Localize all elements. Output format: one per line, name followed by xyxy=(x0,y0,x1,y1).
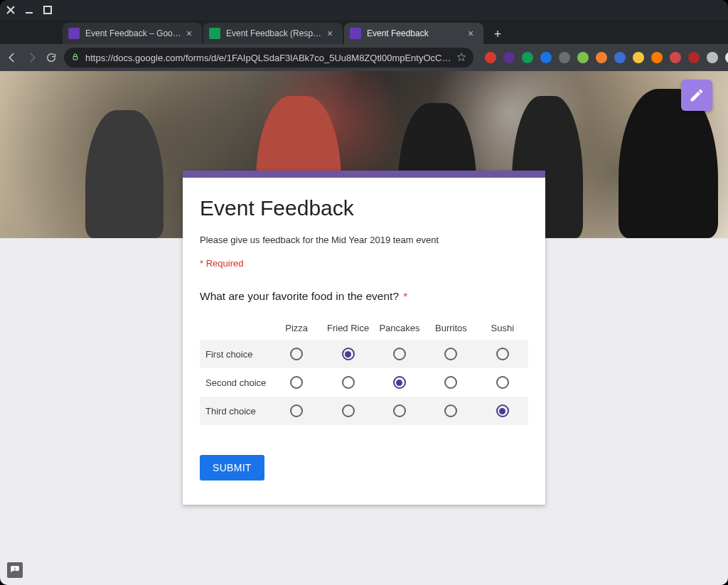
extension-icon[interactable] xyxy=(670,52,681,63)
extension-icon[interactable] xyxy=(633,52,644,63)
reload-button[interactable] xyxy=(46,50,57,65)
tab-title: Event Feedback xyxy=(367,28,465,38)
form-title: Event Feedback xyxy=(200,196,528,220)
radio-option[interactable] xyxy=(496,404,509,417)
address-bar[interactable]: https://docs.google.com/forms/d/e/1FAIpQ… xyxy=(64,48,473,68)
radio-option[interactable] xyxy=(444,376,457,389)
question-text: What are your favorite food in the event… xyxy=(200,290,528,303)
window-minimize-button[interactable] xyxy=(23,4,36,16)
new-tab-button[interactable]: + xyxy=(488,24,508,44)
extension-icon[interactable] xyxy=(596,52,607,63)
forward-button[interactable] xyxy=(26,50,38,65)
sheets-icon xyxy=(209,28,220,39)
window-titlebar xyxy=(0,0,728,20)
extensions-row xyxy=(485,52,728,63)
grid-row: Second choice xyxy=(200,368,528,397)
column-header: Sushi xyxy=(477,323,528,333)
tab-close-icon[interactable]: × xyxy=(468,28,478,39)
column-header: Burritos xyxy=(425,323,476,333)
submit-button[interactable]: SUBMIT xyxy=(200,455,264,481)
back-button[interactable] xyxy=(6,50,18,65)
radio-option[interactable] xyxy=(393,348,406,360)
edit-form-button[interactable] xyxy=(681,80,712,111)
radio-option[interactable] xyxy=(496,376,509,389)
extension-icon[interactable] xyxy=(485,52,496,63)
tab-title: Event Feedback – Google Forms xyxy=(85,28,183,38)
grid-header-row: Pizza Fried Rice Pancakes Burritos Sushi xyxy=(200,316,528,340)
browser-tabstrip: Event Feedback – Google Forms × Event Fe… xyxy=(0,20,728,44)
form-card: Event Feedback Please give us feedback f… xyxy=(183,171,545,505)
radio-option[interactable] xyxy=(342,404,355,417)
extension-icon[interactable] xyxy=(577,52,589,63)
report-problem-button[interactable] xyxy=(7,562,23,578)
radio-option[interactable] xyxy=(290,376,303,389)
extension-icon[interactable] xyxy=(614,52,626,63)
tab-close-icon[interactable]: × xyxy=(186,28,196,39)
required-asterisk: * xyxy=(403,290,407,302)
bookmark-star-icon[interactable] xyxy=(456,52,466,64)
window-close-button[interactable] xyxy=(4,4,17,16)
grid-row: First choice xyxy=(200,340,528,368)
radio-option[interactable] xyxy=(290,348,303,360)
extension-icon[interactable] xyxy=(688,52,700,63)
browser-tab[interactable]: Event Feedback (Responses) - G × xyxy=(203,23,343,44)
radio-option[interactable] xyxy=(393,376,406,389)
question-label: What are your favorite food in the event… xyxy=(200,290,399,302)
browser-toolbar: https://docs.google.com/forms/d/e/1FAIpQ… xyxy=(0,44,728,71)
forms-icon xyxy=(68,28,80,39)
row-label: Third choice xyxy=(200,406,271,417)
extension-icon[interactable] xyxy=(651,52,663,63)
radio-option[interactable] xyxy=(444,348,457,360)
browser-tab[interactable]: Event Feedback – Google Forms × xyxy=(63,23,202,44)
radio-option[interactable] xyxy=(444,404,457,417)
required-label: * Required xyxy=(200,258,528,269)
page-viewport: Event Feedback Please give us feedback f… xyxy=(0,71,728,585)
radio-option[interactable] xyxy=(290,404,303,417)
radio-option[interactable] xyxy=(342,348,355,360)
radio-option[interactable] xyxy=(342,376,355,389)
browser-tab-active[interactable]: Event Feedback × xyxy=(344,23,483,44)
row-label: First choice xyxy=(200,349,271,360)
extension-icon[interactable] xyxy=(707,52,718,63)
tab-close-icon[interactable]: × xyxy=(327,28,337,39)
form-description: Please give us feedback for the Mid Year… xyxy=(200,235,528,245)
extension-icon[interactable] xyxy=(522,52,533,63)
window-maximize-button[interactable] xyxy=(41,4,54,16)
column-header: Pizza xyxy=(271,323,322,333)
radio-option[interactable] xyxy=(393,404,406,417)
extension-icon[interactable] xyxy=(503,52,515,63)
extension-icon[interactable] xyxy=(725,52,728,63)
url-text: https://docs.google.com/forms/d/e/1FAIpQ… xyxy=(85,53,451,63)
forms-icon xyxy=(350,28,361,39)
radio-grid: Pizza Fried Rice Pancakes Burritos Sushi… xyxy=(200,316,528,425)
lock-icon xyxy=(71,53,80,63)
column-header: Fried Rice xyxy=(322,323,373,333)
pencil-icon xyxy=(689,87,705,103)
feedback-icon xyxy=(10,565,20,575)
svg-rect-0 xyxy=(44,6,51,14)
tab-title: Event Feedback (Responses) - G xyxy=(226,28,324,38)
column-header: Pancakes xyxy=(374,323,425,333)
grid-row: Third choice xyxy=(200,397,528,425)
radio-option[interactable] xyxy=(496,348,509,360)
extension-icon[interactable] xyxy=(559,52,570,63)
row-label: Second choice xyxy=(200,377,271,388)
svg-rect-1 xyxy=(73,56,77,60)
extension-icon[interactable] xyxy=(540,52,552,63)
